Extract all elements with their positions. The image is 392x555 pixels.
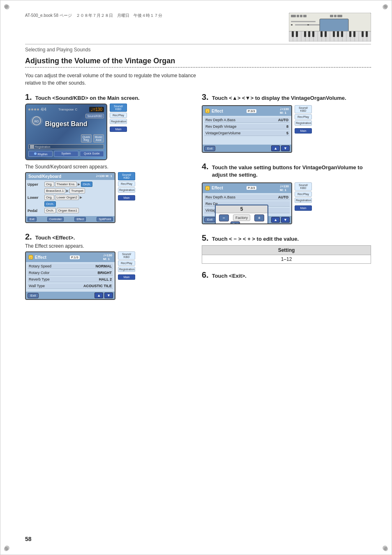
- sk-controller-btn[interactable]: Controller: [47, 217, 64, 221]
- rec-play-side-btn4[interactable]: Rec/Play: [295, 114, 312, 120]
- main-side-btn5[interactable]: Main: [295, 205, 312, 211]
- svg-rect-41: [337, 31, 339, 37]
- main-top-row: 4/4 Transpose C ♩=130: [28, 107, 104, 112]
- dots-divider: [25, 67, 371, 68]
- nav-arrows-p1: ▲ ▼: [95, 292, 113, 298]
- effect-param-0: Rotary Speed: [29, 264, 51, 268]
- registration-side-btn2[interactable]: Registration: [118, 187, 135, 193]
- value-dialog: 5 − Factory + Exit: [215, 205, 268, 224]
- effect-dialog-side-buttons: Sound/KBD Rec/Play Registration Main: [295, 182, 312, 211]
- effect-title: ♪ Effect: [28, 255, 46, 260]
- sk-item[interactable]: Org.: [44, 195, 54, 200]
- svg-rect-39: [325, 31, 327, 37]
- sound-kbd-side-btn3[interactable]: Sound/KBD: [118, 251, 135, 260]
- sound-kbd-btn-top[interactable]: Sound/KBD: [85, 114, 104, 118]
- reg-label: Registration: [35, 145, 50, 148]
- svg-point-52: [34, 152, 37, 155]
- sk-item[interactable]: BrassSect.1: [44, 188, 65, 193]
- reg-icon: [30, 145, 34, 148]
- setting-header: Setting: [202, 245, 371, 255]
- main-side-btn3[interactable]: Main: [118, 274, 135, 280]
- effect-footer-p1: Exit ▲ ▼: [26, 292, 115, 299]
- sk-upper-label: Upper: [28, 182, 43, 187]
- registration-side-btn5[interactable]: Registration: [295, 198, 312, 203]
- step-5-text: Touch < − > < + > to edit the value.: [212, 235, 299, 243]
- sound-kbd-side-btn4[interactable]: Sound/KBD: [295, 105, 312, 113]
- sk-exit-btn[interactable]: Exit: [28, 217, 37, 221]
- nav-up-p3[interactable]: ▲: [271, 145, 280, 151]
- svg-rect-6: [334, 15, 337, 17]
- sk-item[interactable]: Theater Ens.: [55, 182, 77, 187]
- step-3-number: 3.: [202, 92, 209, 102]
- main-side-btn[interactable]: Main: [110, 127, 127, 132]
- sk-item[interactable]: Orch.: [44, 208, 56, 213]
- sk-effect-btn[interactable]: Effect: [74, 217, 86, 221]
- sk-arrow: ▶: [80, 196, 82, 199]
- svg-rect-34: [296, 31, 298, 37]
- registration-side-btn3[interactable]: Registration: [118, 267, 135, 272]
- main-side-btn2[interactable]: Main: [118, 195, 135, 200]
- nav-up-dialog[interactable]: ▲: [271, 217, 280, 223]
- nav-down-p3[interactable]: ▼: [281, 145, 290, 151]
- quick-guide-btn[interactable]: Quick Guide: [80, 151, 104, 157]
- sk-item[interactable]: Organ Bass1: [57, 208, 79, 213]
- registration-side-btn4[interactable]: Registration: [295, 120, 312, 126]
- page-frame: ⊕ ⊕ ⊕ ⊕ AT-500_e.book 58 ページ ２０８年７月２８日 月…: [0, 0, 392, 555]
- registration-side-btn[interactable]: Registration: [110, 119, 127, 124]
- inner-exit-btn[interactable]: Exit: [231, 221, 240, 224]
- rec-play-side-btn2[interactable]: Rec/Play: [118, 181, 135, 187]
- factory-btn[interactable]: Factory: [233, 214, 250, 221]
- sk-footer: Exit Controller Effect SplitPoint: [26, 216, 115, 222]
- sk-item-active[interactable]: Orch.: [81, 182, 92, 187]
- cross-tr: ⊕: [383, 3, 389, 9]
- dot: [37, 108, 39, 111]
- sound-kbd-side-btn5[interactable]: Sound/KBD: [295, 182, 312, 191]
- rec-play-side-btn[interactable]: Rec/Play: [110, 113, 127, 118]
- main-screen-container: 4/4 Transpose C ♩=130: [25, 104, 107, 163]
- sk-item[interactable]: Org.: [44, 182, 54, 187]
- effect-row-p3-0: Rev Depth A.Bass AUTO: [204, 117, 290, 123]
- section-title: Selecting and Playing Sounds: [25, 47, 371, 53]
- nav-down-dialog[interactable]: ▼: [281, 217, 290, 223]
- sk-splitpoint-btn[interactable]: SplitPoint: [97, 217, 113, 221]
- plus-btn[interactable]: +: [254, 214, 264, 221]
- effect-exit-btn-dialog[interactable]: Exit: [204, 217, 215, 222]
- rhythm-btn[interactable]: Rhythm: [28, 151, 53, 157]
- svg-text:RO: RO: [34, 120, 39, 123]
- quick-reg-icon[interactable]: QuickReg: [81, 134, 92, 143]
- rec-play-side-btn5[interactable]: Rec/Play: [295, 191, 312, 197]
- main-side-btn4[interactable]: Main: [295, 128, 312, 134]
- rec-play-side-btn3[interactable]: Rec/Play: [118, 260, 135, 266]
- effect-body-p3: Rev Depth A.Bass AUTO Rev Depth Vintage …: [203, 116, 291, 145]
- sound-kbd-side-btn[interactable]: Sound/KBD: [110, 104, 127, 112]
- step-5: 5. Touch < − > < + > to edit the value. …: [202, 233, 371, 264]
- sk-item[interactable]: Trumpet: [69, 188, 85, 193]
- svg-rect-43: [349, 31, 351, 37]
- effect-val-1: BRIGHT: [98, 271, 112, 275]
- svg-rect-1: [291, 15, 296, 17]
- minus-btn[interactable]: −: [219, 214, 229, 221]
- effect-param-3: Wall Type: [29, 284, 45, 288]
- music-asst-icon[interactable]: MusicAsst: [93, 134, 104, 143]
- svg-rect-46: [366, 31, 368, 37]
- system-btn[interactable]: System: [54, 151, 78, 157]
- effect-row-1: Rotary Color BRIGHT: [28, 270, 113, 276]
- sk-item[interactable]: Lower Organ2: [55, 195, 79, 200]
- effect-exit-btn-p1[interactable]: Exit: [28, 293, 39, 298]
- effect-screen-p3: ♪ Effect P.3/3 ♩=130M: 1 Rev Depth A.Bas…: [202, 105, 292, 153]
- sound-kbd-side-btn2[interactable]: Sound/KBD: [118, 172, 135, 180]
- svg-rect-11: [307, 24, 309, 25]
- effect-icon: ♪: [28, 255, 33, 260]
- effect-val-p3-2: 5: [286, 131, 288, 135]
- sk-item-orch[interactable]: Orch.: [44, 201, 56, 207]
- dialog-value: 5: [216, 205, 267, 213]
- svg-rect-8: [291, 21, 316, 22]
- sk-pedal-row: Pedal Orch. Organ Bass1: [28, 208, 113, 213]
- effect-val-d0: AUTO: [278, 195, 288, 199]
- effect-title-p3: ♪ Effect: [205, 108, 223, 113]
- nav-up-p1[interactable]: ▲: [95, 292, 103, 298]
- effect-exit-btn-p3[interactable]: Exit: [204, 146, 215, 151]
- effect-tempo: ♩=130M: 1: [103, 253, 112, 261]
- nav-down-p1[interactable]: ▼: [104, 292, 113, 298]
- left-column: 1. Touch <Sound/KBD> on the Main screen.: [25, 92, 189, 309]
